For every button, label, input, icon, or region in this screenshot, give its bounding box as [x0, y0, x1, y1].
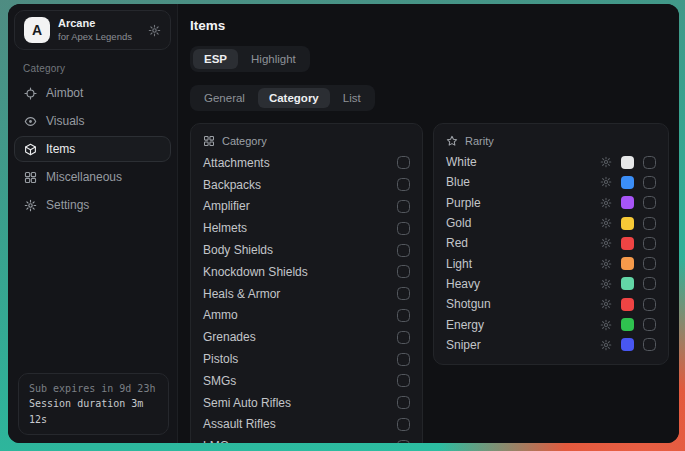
sidebar-nav: AimbotVisualsItemsMiscellaneousSettings	[8, 80, 177, 218]
rarity-checkbox-sniper[interactable]	[643, 338, 656, 351]
session-duration-text: Session duration 3m 12s	[29, 396, 158, 427]
rarity-checkbox-energy[interactable]	[643, 318, 656, 331]
rarity-checkbox-shotgun[interactable]	[643, 298, 656, 311]
sidebar-item-visuals[interactable]: Visuals	[14, 108, 171, 134]
mode-highlight[interactable]: Highlight	[240, 49, 307, 69]
sidebar-item-items[interactable]: Items	[14, 136, 171, 162]
sub-expires-text: Sub expires in 9d 23h	[29, 381, 158, 397]
cube-icon	[24, 143, 37, 156]
category-checkbox-semi-auto-rifles[interactable]	[397, 396, 410, 409]
category-row-heals-armor: Heals & Armor	[203, 283, 410, 305]
color-swatch-heavy[interactable]	[621, 277, 634, 290]
category-checkbox-amplifier[interactable]	[397, 200, 410, 213]
color-swatch-gold[interactable]	[621, 217, 634, 230]
crosshair-icon	[24, 87, 37, 100]
rarity-row-red: Red	[446, 233, 656, 253]
main-content: Items ESPHighlight GeneralCategoryList C…	[178, 4, 679, 443]
category-checkbox-pistols[interactable]	[397, 353, 410, 366]
rarity-settings-gear-icon[interactable]	[600, 217, 612, 229]
rarity-checkbox-purple[interactable]	[643, 196, 656, 209]
rarity-panel-header: Rarity	[446, 135, 656, 147]
rarity-settings-gear-icon[interactable]	[600, 278, 612, 290]
rarity-settings-gear-icon[interactable]	[600, 176, 612, 188]
mode-esp[interactable]: ESP	[193, 49, 238, 69]
rarity-checkbox-heavy[interactable]	[643, 277, 656, 290]
subscription-card: Sub expires in 9d 23h Session duration 3…	[18, 373, 169, 436]
category-checkbox-heals-armor[interactable]	[397, 287, 410, 300]
category-checkbox-grenades[interactable]	[397, 331, 410, 344]
rarity-row-heavy: Heavy	[446, 274, 656, 294]
category-checkbox-lmgs[interactable]	[397, 440, 410, 443]
rarity-checkbox-light[interactable]	[643, 257, 656, 270]
rarity-settings-gear-icon[interactable]	[600, 258, 612, 270]
brand-card: A Arcane for Apex Legends	[14, 10, 171, 50]
rarity-label: Light	[446, 257, 600, 271]
category-checkbox-smgs[interactable]	[397, 374, 410, 387]
color-swatch-shotgun[interactable]	[621, 298, 634, 311]
category-row-backpacks: Backpacks	[203, 174, 410, 196]
rarity-label: Heavy	[446, 277, 600, 291]
rarity-label: Blue	[446, 175, 600, 189]
rarity-settings-gear-icon[interactable]	[600, 298, 612, 310]
category-row-grenades: Grenades	[203, 326, 410, 348]
color-swatch-purple[interactable]	[621, 196, 634, 209]
sidebar-item-label: Visuals	[46, 114, 84, 128]
rarity-label: Shotgun	[446, 297, 600, 311]
category-checkbox-knockdown-shields[interactable]	[397, 265, 410, 278]
rarity-row-sniper: Sniper	[446, 335, 656, 355]
category-row-helmets: Helmets	[203, 217, 410, 239]
rarity-label: White	[446, 155, 600, 169]
sidebar-item-settings[interactable]: Settings	[14, 192, 171, 218]
desktop-background: A Arcane for Apex Legends Category Aimbo…	[0, 0, 685, 451]
category-label: Heals & Armor	[203, 287, 280, 301]
tab-category[interactable]: Category	[258, 88, 330, 108]
category-checkbox-ammo[interactable]	[397, 309, 410, 322]
category-checkbox-attachments[interactable]	[397, 156, 410, 169]
rarity-label: Sniper	[446, 338, 600, 352]
sidebar-item-miscellaneous[interactable]: Miscellaneous	[14, 164, 171, 190]
sidebar-item-label: Settings	[46, 198, 89, 212]
rarity-settings-gear-icon[interactable]	[600, 339, 612, 351]
grid-icon	[24, 171, 37, 184]
category-panel: Category AttachmentsBackpacksAmplifierHe…	[190, 123, 423, 443]
rarity-settings-gear-icon[interactable]	[600, 319, 612, 331]
rarity-checkbox-red[interactable]	[643, 237, 656, 250]
sidebar-item-aimbot[interactable]: Aimbot	[14, 80, 171, 106]
app-subtitle: for Apex Legends	[58, 31, 132, 43]
sidebar-item-label: Miscellaneous	[46, 170, 122, 184]
tab-list[interactable]: List	[332, 88, 372, 108]
color-swatch-red[interactable]	[621, 237, 634, 250]
category-checkbox-helmets[interactable]	[397, 222, 410, 235]
rarity-rows: WhiteBluePurpleGoldRedLightHeavyShotgunE…	[446, 152, 656, 355]
sidebar-item-label: Aimbot	[46, 86, 83, 100]
category-label: Body Shields	[203, 243, 273, 257]
category-checkbox-assault-rifles[interactable]	[397, 418, 410, 431]
category-checkbox-backpacks[interactable]	[397, 178, 410, 191]
rarity-row-light: Light	[446, 253, 656, 273]
rarity-row-shotgun: Shotgun	[446, 294, 656, 314]
sidebar-item-label: Items	[46, 142, 75, 156]
category-label: Ammo	[203, 308, 238, 322]
category-label: Assault Rifles	[203, 417, 276, 431]
color-swatch-white[interactable]	[621, 156, 634, 169]
rarity-checkbox-blue[interactable]	[643, 176, 656, 189]
rarity-settings-gear-icon[interactable]	[600, 237, 612, 249]
color-swatch-sniper[interactable]	[621, 338, 634, 351]
category-checkbox-body-shields[interactable]	[397, 244, 410, 257]
settings-gear-icon[interactable]	[148, 24, 161, 37]
tab-general[interactable]: General	[193, 88, 256, 108]
category-label: Backpacks	[203, 178, 261, 192]
color-swatch-energy[interactable]	[621, 318, 634, 331]
rarity-label: Red	[446, 236, 600, 250]
category-panel-header: Category	[203, 135, 410, 147]
category-label: Pistols	[203, 352, 238, 366]
rarity-row-white: White	[446, 152, 656, 172]
rarity-checkbox-white[interactable]	[643, 156, 656, 169]
rarity-settings-gear-icon[interactable]	[600, 197, 612, 209]
rarity-checkbox-gold[interactable]	[643, 217, 656, 230]
category-grid-icon	[203, 135, 215, 147]
category-label: Grenades	[203, 330, 256, 344]
rarity-settings-gear-icon[interactable]	[600, 156, 612, 168]
color-swatch-blue[interactable]	[621, 176, 634, 189]
color-swatch-light[interactable]	[621, 257, 634, 270]
